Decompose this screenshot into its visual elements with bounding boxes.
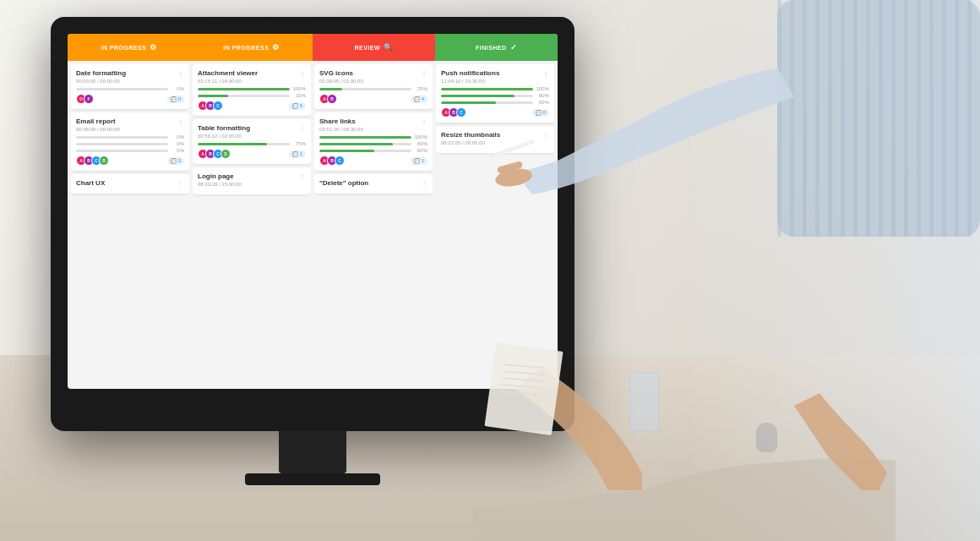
task-card[interactable]: Attachment viewer⋮03:15:11 / 04:00:00100… — [193, 64, 311, 116]
task-menu-dots[interactable]: ⋮ — [177, 70, 184, 78]
task-menu-dots[interactable]: ⋮ — [542, 70, 549, 78]
task-card[interactable]: Table formatting⋮00:56:12 / 02:00:0075%A… — [193, 119, 311, 164]
avatar: F — [84, 94, 94, 104]
kanban-columns: Date formatting⋮00:00:00 / 00:00:000%DF💬… — [68, 61, 558, 389]
progress-row: 80% — [441, 93, 549, 98]
task-card[interactable]: Login page⋮08:33:29 / 15:00:00 — [193, 167, 311, 194]
progress-pct: 0% — [171, 141, 184, 146]
task-time: 00:00:00 / 00:00:00 — [76, 79, 184, 84]
progress-row: 0% — [76, 148, 184, 153]
avatar: B — [327, 94, 337, 104]
task-title: Share links — [319, 117, 356, 125]
comment-count: 1 — [422, 158, 424, 163]
task-card[interactable]: Chart UX⋮ — [71, 174, 189, 194]
task-card[interactable]: Share links⋮03:51:26 / 06:30:00100%80%60… — [314, 112, 433, 171]
task-time: 08:33:29 / 15:00:00 — [198, 182, 306, 187]
comment-icon: 💬 — [171, 158, 177, 164]
kanban-col-review: SVG icons⋮00:39:05 / 01:00:0025%AB💬4Shar… — [314, 64, 433, 385]
comment-badge: 💬0 — [532, 109, 549, 117]
task-title: SVG icons — [319, 69, 353, 77]
kanban-col-finished: Push notifications⋮11:04:10 / 10:30:0010… — [436, 64, 554, 385]
task-menu-dots[interactable]: ⋮ — [299, 125, 306, 133]
progress-pct: 0% — [171, 134, 184, 139]
progress-row: 100% — [441, 86, 549, 91]
task-card[interactable]: Push notifications⋮11:04:10 / 10:30:0010… — [436, 64, 554, 123]
task-footer: ABC💬0 — [441, 107, 549, 117]
task-card[interactable]: Date formatting⋮00:00:00 / 00:00:000%DF💬… — [71, 64, 189, 109]
task-card[interactable]: "Delete" option⋮ — [314, 174, 433, 194]
col-header-in-progress-1: IN PROGRESS⚙ — [68, 34, 190, 61]
monitor-stand — [279, 431, 346, 473]
task-menu-dots[interactable]: ⋮ — [421, 180, 427, 188]
task-time: 11:04:10 / 10:30:00 — [441, 79, 549, 84]
task-menu-dots[interactable]: ⋮ — [421, 70, 427, 78]
task-avatars: DF — [76, 94, 94, 104]
task-time: 00:56:12 / 02:00:00 — [198, 134, 306, 139]
comment-count: 1 — [300, 151, 302, 156]
progress-row: 100% — [198, 86, 306, 91]
comment-badge: 💬1 — [289, 150, 306, 158]
task-card[interactable]: Email report⋮00:48:09 / 00:00:000%0%0%AB… — [71, 112, 189, 171]
progress-pct: 25% — [414, 86, 427, 91]
task-avatars: ABC — [198, 101, 223, 111]
task-time: 08:22:05 / 08:00:00 — [441, 140, 549, 145]
comment-badge: 💬0 — [167, 96, 184, 103]
avatar: C — [456, 107, 466, 117]
task-footer: ABC💬5 — [198, 101, 306, 111]
task-footer: ABCD💬1 — [198, 149, 306, 159]
task-footer: AB💬4 — [319, 94, 427, 104]
progress-pct: 60% — [536, 100, 549, 105]
window-light — [684, 0, 980, 541]
task-title: Email report — [76, 117, 116, 125]
col-header-finished: FINISHED✓ — [435, 34, 558, 61]
task-card[interactable]: Resize thumbnails⋮08:22:05 / 08:00:00 — [436, 126, 554, 153]
task-menu-dots[interactable]: ⋮ — [177, 118, 184, 126]
comment-badge: 💬1 — [411, 157, 427, 165]
col-header-in-progress-2: IN PROGRESS⚙ — [190, 34, 313, 61]
monitor-screen: IN PROGRESS⚙IN PROGRESS⚙REVIEW🔍FINISHED✓… — [68, 34, 558, 389]
progress-pct: 80% — [414, 141, 427, 146]
comment-badge: 💬3 — [167, 157, 184, 165]
progress-pct: 100% — [292, 86, 306, 91]
progress-row: 0% — [76, 86, 184, 91]
progress-pct: 80% — [536, 93, 549, 98]
progress-row: 33% — [198, 93, 306, 98]
kanban-col-in-progress-2: Attachment viewer⋮03:15:11 / 04:00:00100… — [193, 64, 311, 385]
progress-row: 0% — [76, 141, 184, 146]
task-footer: DF💬0 — [76, 94, 184, 104]
task-avatars: ABCD — [198, 149, 231, 159]
comment-icon: 💬 — [536, 110, 542, 116]
task-menu-dots[interactable]: ⋮ — [542, 132, 549, 139]
task-title: "Delete" option — [319, 179, 368, 187]
comment-count: 3 — [178, 158, 181, 163]
glass — [629, 372, 659, 431]
avatar: C — [335, 156, 345, 166]
monitor: IN PROGRESS⚙IN PROGRESS⚙REVIEW🔍FINISHED✓… — [51, 17, 574, 431]
task-title: Table formatting — [198, 124, 250, 132]
comment-icon: 💬 — [292, 151, 298, 157]
comment-count: 5 — [300, 103, 302, 108]
progress-row: 75% — [198, 141, 306, 146]
task-menu-dots[interactable]: ⋮ — [177, 180, 184, 188]
task-menu-dots[interactable]: ⋮ — [299, 173, 306, 181]
comment-icon: 💬 — [171, 96, 177, 102]
task-time: 00:39:05 / 01:00:00 — [319, 79, 427, 84]
task-title: Resize thumbnails — [441, 131, 500, 139]
task-menu-dots[interactable]: ⋮ — [421, 118, 427, 126]
task-avatars: AB — [319, 94, 337, 104]
progress-row: 80% — [319, 141, 427, 146]
task-title: Push notifications — [441, 69, 499, 77]
task-card[interactable]: SVG icons⋮00:39:05 / 01:00:0025%AB💬4 — [314, 64, 433, 109]
progress-row: 100% — [319, 134, 427, 139]
comment-badge: 💬5 — [289, 102, 306, 110]
progress-row: 60% — [441, 100, 549, 105]
comment-count: 0 — [543, 110, 546, 115]
comment-icon: 💬 — [292, 103, 298, 109]
task-menu-dots[interactable]: ⋮ — [299, 70, 306, 78]
progress-pct: 33% — [292, 93, 306, 98]
progress-pct: 0% — [171, 86, 184, 91]
avatar: D — [99, 156, 109, 166]
kanban-header: IN PROGRESS⚙IN PROGRESS⚙REVIEW🔍FINISHED✓ — [68, 34, 558, 61]
computer-mouse — [756, 423, 777, 452]
comment-count: 4 — [422, 96, 424, 101]
